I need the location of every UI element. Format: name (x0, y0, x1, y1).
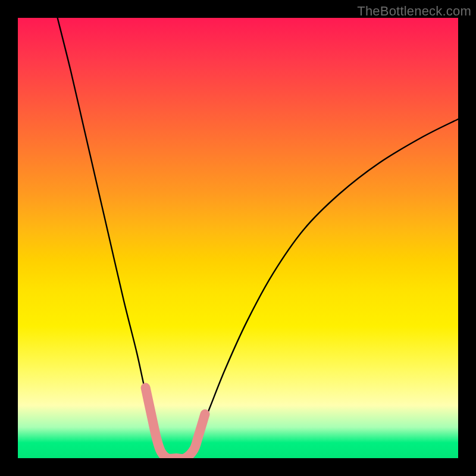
watermark-text: TheBottleneck.com (357, 4, 471, 19)
chart-svg (18, 18, 458, 458)
highlight-band-path (146, 388, 205, 458)
plot-area (18, 18, 458, 458)
bottleneck-curve-path (58, 18, 458, 458)
